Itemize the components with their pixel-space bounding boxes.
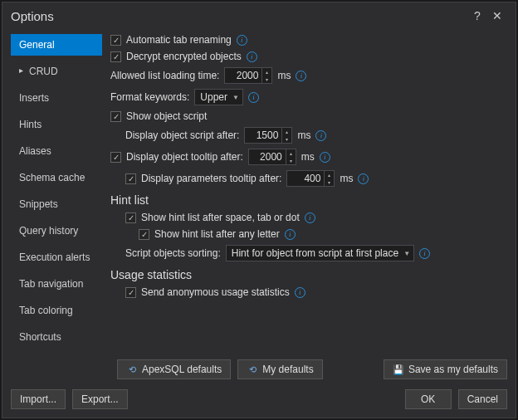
checkbox-auto-tab-renaming[interactable] [110, 35, 121, 46]
input-display-params-value[interactable] [287, 171, 324, 186]
save-as-defaults-button[interactable]: 💾 Save as my defaults [384, 359, 507, 379]
chevron-down-icon: ▼ [232, 94, 239, 101]
unit-ms: ms [340, 173, 353, 184]
info-icon[interactable]: i [285, 229, 296, 240]
info-icon[interactable]: i [358, 173, 369, 184]
checkbox-show-object-script[interactable] [110, 111, 121, 122]
input-allowed-list-value[interactable] [225, 68, 261, 83]
info-icon[interactable]: i [295, 287, 305, 298]
input-display-params-tooltip[interactable]: ▴▾ [286, 170, 335, 187]
cancel-button[interactable]: Cancel [458, 389, 507, 409]
checkbox-display-params-tooltip[interactable] [125, 173, 136, 184]
spin-down-icon[interactable]: ▾ [262, 76, 271, 83]
spin-up-icon[interactable]: ▴ [325, 171, 334, 178]
label-show-object-script: Show object script [126, 110, 207, 122]
unit-ms: ms [297, 129, 310, 141]
input-display-tooltip-after[interactable]: ▴▾ [248, 149, 296, 165]
info-icon[interactable]: i [237, 35, 247, 46]
spin-up-icon[interactable]: ▴ [286, 149, 296, 157]
sidebar-item-inserts[interactable]: Inserts [11, 87, 102, 109]
my-defaults-button[interactable]: ⟲ My defaults [237, 359, 322, 379]
label-script-sorting: Script objects sorting: [125, 247, 221, 259]
footer-defaults-row: ⟲ ApexSQL defaults ⟲ My defaults 💾 Save … [2, 354, 516, 384]
apex-defaults-button[interactable]: ⟲ ApexSQL defaults [117, 359, 231, 379]
label-allowed-list: Allowed list loading time: [110, 70, 219, 81]
checkbox-send-anon-stats[interactable] [125, 287, 136, 298]
spin-down-icon[interactable]: ▾ [325, 178, 334, 186]
unit-ms: ms [277, 70, 291, 81]
select-script-sorting-value: Hint for object from script at first pla… [232, 247, 398, 259]
sidebar-item-shortcuts[interactable]: Shortcuts [11, 326, 102, 348]
sidebar-item-query-history[interactable]: Query history [11, 220, 102, 242]
ok-button[interactable]: OK [405, 389, 452, 409]
unit-ms: ms [301, 151, 315, 163]
info-icon[interactable]: i [247, 51, 257, 62]
checkbox-display-tooltip-after[interactable] [110, 152, 121, 163]
spin-up-icon[interactable]: ▴ [262, 68, 271, 76]
label-auto-tab-renaming: Automatic tab renaming [126, 34, 232, 46]
input-display-script-after[interactable]: ▴▾ [244, 127, 292, 144]
checkbox-hint-after-space[interactable] [125, 212, 136, 223]
spin-down-icon[interactable]: ▾ [286, 157, 296, 164]
label-decrypt-objects: Decrypt encrypted objects [126, 51, 242, 62]
label-format-keywords: Format keywords: [110, 91, 189, 103]
window-title: Options [11, 9, 467, 23]
info-icon[interactable]: i [305, 212, 315, 223]
sidebar-item-hints[interactable]: Hints [11, 114, 102, 135]
export-button[interactable]: Export... [72, 389, 128, 409]
apex-defaults-label: ApexSQL defaults [142, 364, 222, 375]
sidebar-item-crud[interactable]: CRUD [11, 61, 102, 82]
spin-down-icon[interactable]: ▾ [282, 135, 291, 143]
label-hint-after-letter: Show hint list after any letter [154, 228, 280, 240]
my-defaults-label: My defaults [262, 364, 313, 375]
label-display-tooltip-after: Display object tooltip after: [126, 151, 243, 163]
sidebar-item-schema-cache[interactable]: Schema cache [11, 167, 102, 188]
info-icon[interactable]: i [248, 92, 259, 103]
select-format-keywords[interactable]: Upper ▼ [194, 89, 243, 105]
section-hint-list: Hint list [110, 193, 504, 207]
save-as-defaults-label: Save as my defaults [408, 364, 498, 375]
sidebar-item-tab-navigation[interactable]: Tab navigation [11, 273, 102, 295]
options-window: Options ? ✕ General CRUD Inserts Hints A… [2, 2, 516, 418]
select-script-sorting[interactable]: Hint for object from script at first pla… [226, 245, 414, 261]
info-icon[interactable]: i [320, 152, 330, 163]
titlebar: Options ? ✕ [2, 2, 516, 29]
close-icon[interactable]: ✕ [487, 9, 507, 22]
footer-actions-row: Import... Export... OK Cancel [2, 384, 516, 418]
reset-icon: ⟲ [126, 364, 138, 375]
input-display-script-value[interactable] [245, 128, 281, 143]
info-icon[interactable]: i [315, 130, 326, 141]
input-allowed-list-time[interactable]: ▴▾ [224, 67, 272, 84]
help-icon[interactable]: ? [467, 9, 487, 22]
label-display-script-after: Display object script after: [125, 129, 239, 141]
import-button[interactable]: Import... [11, 389, 66, 409]
label-hint-after-space: Show hint list after space, tab or dot [141, 212, 300, 223]
sidebar-item-snippets[interactable]: Snippets [11, 193, 102, 215]
save-icon: 💾 [393, 364, 404, 375]
select-format-keywords-value: Upper [200, 91, 227, 103]
info-icon[interactable]: i [419, 248, 430, 259]
body: General CRUD Inserts Hints Aliases Schem… [2, 29, 516, 354]
chevron-down-icon: ▼ [403, 250, 410, 257]
reset-icon: ⟲ [247, 364, 258, 375]
info-icon[interactable]: i [296, 71, 306, 81]
label-send-anon-stats: Send anonymous usage statistics [141, 286, 290, 298]
content-panel: Automatic tab renaming i Decrypt encrypt… [110, 34, 507, 354]
sidebar-item-general[interactable]: General [11, 34, 102, 56]
input-display-tooltip-value[interactable] [249, 149, 286, 164]
sidebar-item-execution-alerts[interactable]: Execution alerts [11, 247, 102, 268]
label-display-params-tooltip: Display parameters tooltip after: [141, 173, 281, 184]
sidebar-item-aliases[interactable]: Aliases [11, 140, 102, 162]
sidebar-item-tab-coloring[interactable]: Tab coloring [11, 300, 102, 321]
checkbox-decrypt-objects[interactable] [110, 51, 121, 62]
spin-up-icon[interactable]: ▴ [282, 128, 291, 135]
sidebar: General CRUD Inserts Hints Aliases Schem… [11, 34, 102, 354]
section-usage-statistics: Usage statistics [110, 268, 504, 281]
checkbox-hint-after-letter[interactable] [139, 229, 149, 240]
